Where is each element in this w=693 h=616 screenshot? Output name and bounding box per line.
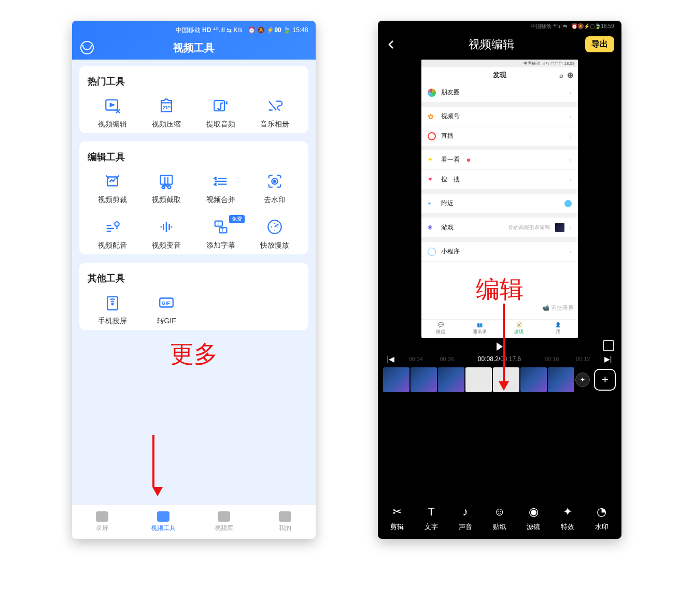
tool-cut[interactable]: ✂剪辑: [381, 505, 414, 532]
sound-icon: ♪: [458, 505, 473, 519]
section-other-tools: 其他工具 手机投屏 GIF转GIF: [79, 263, 308, 330]
tool-cast[interactable]: 手机投屏: [88, 294, 138, 326]
svg-text:T: T: [217, 221, 219, 226]
cut-icon: ✂: [390, 505, 404, 519]
status-bar: . 中国移动 HD ⁴ᴳ.ıll ⇆ K/s ⏰ 🔕 ⚡90 🍃 15:48: [72, 24, 316, 36]
dub-icon: [104, 218, 121, 236]
tool-video-merge[interactable]: 视频合并: [196, 173, 246, 205]
mine-icon: [279, 511, 291, 522]
list-item: ⟐附近: [421, 194, 578, 213]
record-icon: [96, 511, 108, 522]
sticker-icon: ☺: [492, 505, 507, 519]
tool-sticker[interactable]: ☺贴纸: [483, 505, 516, 532]
tool-watermark[interactable]: ◔水印: [585, 505, 618, 532]
right-phone-screenshot: 中国移动 ⁴ᴳ.ıl ⇆ ⏰🔕⚡▢🍃18:59 视频编辑 导出 中国移动 .ıl…: [378, 21, 621, 539]
add-clip-button[interactable]: +: [594, 369, 616, 391]
cast-icon: [104, 294, 121, 311]
voice-icon: [158, 218, 175, 236]
tool-video-edit[interactable]: 视频编辑: [88, 97, 138, 129]
red-dot: [467, 159, 470, 162]
effect-icon: ✦: [560, 505, 575, 519]
back-icon[interactable]: [385, 38, 398, 51]
section-hot-tools: 热门工具 视频编辑 ZIP 视频压缩 提取音频 音乐相册: [79, 66, 308, 133]
channels-icon: ✿: [428, 112, 436, 121]
tool-add-subtitle[interactable]: 免费TT添加字幕: [196, 218, 246, 250]
tool-video-compress[interactable]: ZIP 视频压缩: [142, 97, 192, 129]
nearby-icon: ⟐: [428, 199, 436, 208]
status-bar: 中国移动 ⁴ᴳ.ıl ⇆ ⏰🔕⚡▢🍃18:59: [378, 21, 621, 31]
tab-tools[interactable]: 视频工具: [133, 505, 194, 539]
tool-speed[interactable]: 快放慢放: [250, 218, 300, 250]
svg-text:GIF: GIF: [162, 300, 171, 306]
list-item: ✿视频号›: [421, 107, 578, 126]
tab-library[interactable]: 视频库: [194, 505, 255, 539]
headphone-icon[interactable]: [80, 41, 94, 54]
left-header: . 中国移动 HD ⁴ᴳ.ıll ⇆ K/s ⏰ 🔕 ⚡90 🍃 15:48 视…: [72, 21, 316, 60]
annotation-edit: 编辑: [476, 274, 524, 306]
tool-filter[interactable]: ◉滤镜: [517, 505, 550, 532]
capture-icon: [158, 173, 175, 190]
tab-mine[interactable]: 我的: [254, 505, 316, 539]
tool-voice-change[interactable]: 视频变音: [142, 218, 192, 250]
annotation-arrow: [499, 304, 509, 391]
gif-icon: GIF: [158, 294, 175, 311]
video-edit-icon: [104, 97, 121, 114]
music-extract-icon: [212, 97, 230, 114]
section-title: 编辑工具: [88, 151, 300, 163]
svg-point-16: [111, 303, 113, 305]
watermark-label: 📹 迅捷录屏: [542, 304, 574, 312]
svg-rect-4: [161, 176, 173, 184]
tool-effect[interactable]: ✦特效: [551, 505, 584, 532]
svg-text:T: T: [221, 227, 223, 233]
speed-icon: [266, 218, 284, 236]
list-item: ✶搜一搜›: [421, 170, 578, 190]
zip-icon: ZIP: [158, 97, 175, 114]
tool-togif[interactable]: GIF转GIF: [142, 294, 192, 326]
list-item: 小程序›: [421, 242, 578, 262]
annotation-more: 更多: [79, 338, 308, 370]
plus-icon: ⊕: [567, 70, 574, 80]
tool-video-crop[interactable]: 视频剪裁: [88, 173, 138, 205]
miniapp-icon: [428, 248, 436, 256]
search-icon: ⌕: [559, 71, 563, 79]
list-item: 直播›: [421, 126, 578, 146]
prev-frame-button[interactable]: |◀: [387, 355, 395, 363]
section-title: 其他工具: [88, 272, 300, 284]
text-icon: T: [424, 505, 439, 519]
left-phone-screenshot: . 中国移动 HD ⁴ᴳ.ıll ⇆ K/s ⏰ 🔕 ⚡90 🍃 15:48 视…: [72, 21, 316, 539]
svg-point-6: [168, 186, 171, 189]
live-icon: [428, 132, 436, 140]
free-badge: 免费: [229, 215, 245, 223]
album-icon: [266, 97, 284, 114]
library-icon: [218, 511, 230, 522]
tool-text[interactable]: T文字: [415, 505, 448, 532]
transition-button[interactable]: ✦: [575, 373, 590, 387]
editor-toolbar: ✂剪辑 T文字 ♪声音 ☺贴纸 ◉滤镜 ✦特效 ◔水印: [378, 494, 621, 539]
tab-record[interactable]: 录屏: [72, 505, 133, 539]
svg-text:ZIP: ZIP: [163, 105, 171, 110]
page-title: 视频工具: [173, 41, 215, 55]
subtitle-icon: TT: [212, 218, 230, 236]
tool-remove-watermark[interactable]: 去水印: [250, 173, 300, 205]
export-button[interactable]: 导出: [585, 36, 614, 52]
tool-video-capture[interactable]: 视频截取: [142, 173, 192, 205]
tool-sound[interactable]: ♪声音: [449, 505, 482, 532]
crop-icon: [104, 173, 121, 190]
next-frame-button[interactable]: ▶|: [604, 355, 612, 363]
drop-icon: ◔: [595, 505, 609, 519]
bottom-tabbar: 录屏 视频工具 视频库 我的: [72, 505, 316, 539]
list-item: 朋友圈›: [421, 83, 578, 103]
tool-music-album[interactable]: 音乐相册: [250, 97, 300, 129]
game-icon: ◈: [428, 223, 436, 232]
tool-extract-audio[interactable]: 提取音频: [196, 97, 246, 129]
editor-topbar: 视频编辑 导出: [378, 31, 621, 55]
list-item: ✦看一看›: [421, 150, 578, 170]
watermark-icon: [266, 173, 284, 190]
svg-point-8: [274, 180, 276, 182]
svg-point-9: [115, 222, 119, 226]
tool-video-dub[interactable]: 视频配音: [88, 218, 138, 250]
preview-header: 发现 ⌕ ⊕: [421, 67, 578, 83]
fullscreen-icon[interactable]: [603, 340, 614, 351]
editor-title: 视频编辑: [469, 37, 514, 52]
look-icon: ✦: [428, 156, 436, 164]
